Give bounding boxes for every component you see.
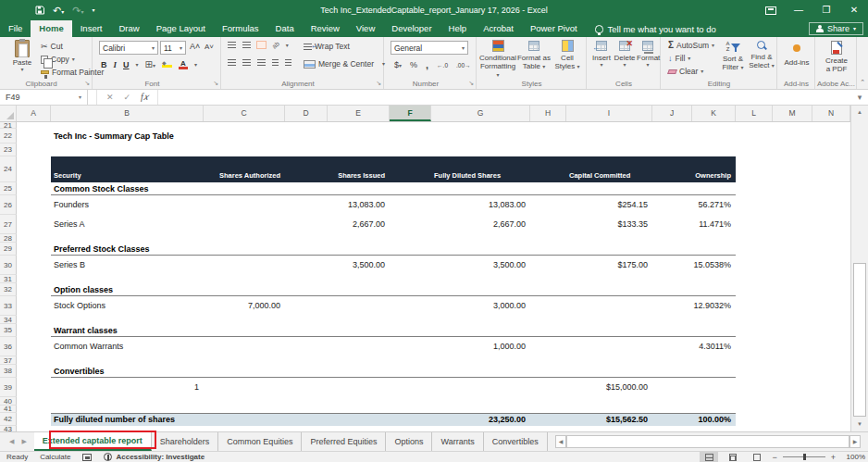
column-header-K[interactable]: K	[692, 106, 736, 121]
wrap-text-button[interactable]: Wrap Text	[304, 42, 350, 51]
cell-B42[interactable]: Fully diluted number of shares	[54, 413, 175, 426]
cell-B33[interactable]: Stock Options	[54, 296, 105, 316]
sheet-tab-convertibles[interactable]: Convertibles	[484, 432, 548, 451]
menu-tab-file[interactable]: File	[0, 20, 31, 37]
find-select-button[interactable]: Find & Select ▾	[748, 39, 775, 69]
cell-K36[interactable]: 4.3011%	[692, 337, 731, 356]
insert-cells-button[interactable]: ← Insert ▾	[590, 39, 613, 68]
menu-tab-draw[interactable]: Draw	[110, 20, 147, 37]
vertical-scrollbar[interactable]: ▲ ▼	[850, 106, 868, 431]
horizontal-scroll-thumb[interactable]	[566, 435, 849, 448]
cell-E30[interactable]: 3,500.00	[328, 256, 385, 275]
menu-tab-power-pivot[interactable]: Power Pivot	[522, 20, 586, 37]
prev-sheet-icon[interactable]: ◀	[9, 438, 14, 445]
format-as-table-button[interactable]: Format as Table ▾	[516, 39, 552, 70]
chevron-down-icon[interactable]: ▾	[136, 62, 139, 68]
cell-B22[interactable]: Tech Inc - Summary Cap Table	[54, 129, 174, 144]
cell-B29[interactable]: Preferred Stock Classes	[54, 243, 150, 256]
addins-button[interactable]: Add-ins	[780, 39, 813, 67]
row-header-24[interactable]: 24	[0, 156, 17, 182]
merge-center-button[interactable]: Merge & Center▾	[304, 59, 385, 69]
next-sheet-icon[interactable]: ▶	[21, 438, 26, 445]
accessibility-status[interactable]: Accessibility: Investigate	[104, 453, 205, 461]
autosum-button[interactable]: ΣAutoSum▾	[668, 41, 714, 50]
row-header-22[interactable]: 22	[0, 129, 17, 144]
font-family-select[interactable]: Calibri▾	[99, 41, 158, 55]
vertical-scroll-thumb[interactable]	[853, 263, 866, 417]
scroll-up-icon[interactable]: ▲	[851, 106, 868, 119]
sheet-tab-shareholders[interactable]: Shareholders	[152, 432, 219, 451]
cell-G33[interactable]: 3,000.00	[431, 296, 526, 316]
column-header-M[interactable]: M	[773, 106, 812, 121]
number-dialog-launcher[interactable]: ↘	[468, 80, 474, 87]
menu-tab-formulas[interactable]: Formulas	[214, 20, 267, 37]
cell-I27[interactable]: $133.35	[566, 215, 648, 234]
column-header-C[interactable]: C	[204, 106, 285, 121]
cell-K24[interactable]: Ownership	[692, 171, 731, 180]
row-header-25[interactable]: 25	[0, 182, 17, 195]
column-header-A[interactable]: A	[17, 106, 51, 121]
restore-button[interactable]: ❐	[812, 0, 840, 20]
clipboard-dialog-launcher[interactable]: ↘	[84, 80, 90, 87]
align-bottom-icon[interactable]	[257, 42, 266, 48]
decrease-indent-icon[interactable]	[272, 59, 279, 66]
increase-font-icon[interactable]: A˄	[190, 42, 200, 51]
cell-G36[interactable]: 1,000.00	[431, 337, 526, 356]
sort-filter-button[interactable]: AZ Sort & Filter ▾	[719, 39, 747, 71]
cell-G42[interactable]: 23,250.00	[431, 413, 526, 426]
cell-I26[interactable]: $254.15	[566, 195, 648, 215]
cell-G30[interactable]: 3,500.00	[431, 256, 526, 275]
cell-B24[interactable]: Security	[54, 171, 81, 180]
row-header-27[interactable]: 27	[0, 215, 17, 234]
row-header-33[interactable]: 33	[0, 296, 17, 316]
cell-styles-button[interactable]: Cell Styles ▾	[552, 39, 583, 70]
paste-button[interactable]: Paste ▾	[7, 39, 37, 72]
menu-tab-home[interactable]: Home	[31, 20, 71, 37]
align-center-icon[interactable]	[242, 59, 251, 66]
menu-tab-help[interactable]: Help	[440, 20, 476, 37]
font-color-button[interactable]: A	[179, 60, 188, 69]
page-break-view-button[interactable]	[748, 452, 766, 462]
column-header-G[interactable]: G	[431, 106, 530, 121]
create-pdf-button[interactable]: Create a PDF	[818, 39, 855, 73]
menu-tab-acrobat[interactable]: Acrobat	[475, 20, 522, 37]
cell-B39[interactable]: 1	[51, 378, 199, 397]
column-header-I[interactable]: I	[566, 106, 652, 121]
cell-K27[interactable]: 11.471%	[692, 215, 731, 234]
alignment-dialog-launcher[interactable]: ↘	[376, 80, 381, 87]
insert-function-icon[interactable]: f𝑥	[141, 92, 148, 103]
sheet-tab-common-equities[interactable]: Common Equities	[218, 432, 302, 451]
column-header-N[interactable]: N	[812, 106, 850, 121]
normal-view-button[interactable]	[700, 452, 718, 462]
orientation-icon[interactable]: ab	[271, 40, 280, 49]
confirm-entry-icon[interactable]: ✓	[124, 93, 131, 102]
row-header-23[interactable]: 23	[0, 144, 17, 156]
cell-G24[interactable]: Fully Diluted Shares	[434, 171, 501, 180]
menu-tab-page-layout[interactable]: Page Layout	[148, 20, 214, 37]
cell-I24[interactable]: Capital Committed	[569, 171, 630, 180]
close-button[interactable]: ✕	[840, 0, 868, 20]
sheet-tab-warrants[interactable]: Warrants	[432, 432, 483, 451]
row-header-32[interactable]: 32	[0, 283, 17, 296]
tell-me-box[interactable]: Tell me what you want to do	[595, 20, 716, 37]
column-header-B[interactable]: B	[51, 106, 204, 121]
zoom-level[interactable]: 100%	[841, 453, 865, 461]
cell-K26[interactable]: 56.271%	[692, 195, 731, 215]
increase-indent-icon[interactable]	[285, 59, 291, 66]
number-format-select[interactable]: General▾	[391, 41, 468, 55]
column-header-J[interactable]: J	[652, 106, 692, 121]
scroll-down-icon[interactable]: ▼	[851, 418, 868, 431]
menu-tab-review[interactable]: Review	[303, 20, 348, 37]
row-header-35[interactable]: 35	[0, 324, 17, 337]
align-right-icon[interactable]	[257, 59, 266, 66]
scroll-right-icon[interactable]: ▶	[849, 435, 861, 448]
cell-K42[interactable]: 100.00%	[692, 413, 731, 426]
increase-decimal-icon[interactable]: ←.0	[437, 62, 448, 69]
row-header-30[interactable]: 30	[0, 256, 17, 275]
format-cells-button[interactable]: Format ▾	[637, 39, 659, 68]
percent-style-icon[interactable]: %	[410, 60, 417, 69]
column-header-D[interactable]: D	[285, 106, 328, 121]
cell-B26[interactable]: Founders	[54, 195, 89, 215]
copy-button[interactable]: Copy▾	[41, 55, 75, 64]
horizontal-scrollbar[interactable]: ◀ ▶	[555, 435, 861, 448]
